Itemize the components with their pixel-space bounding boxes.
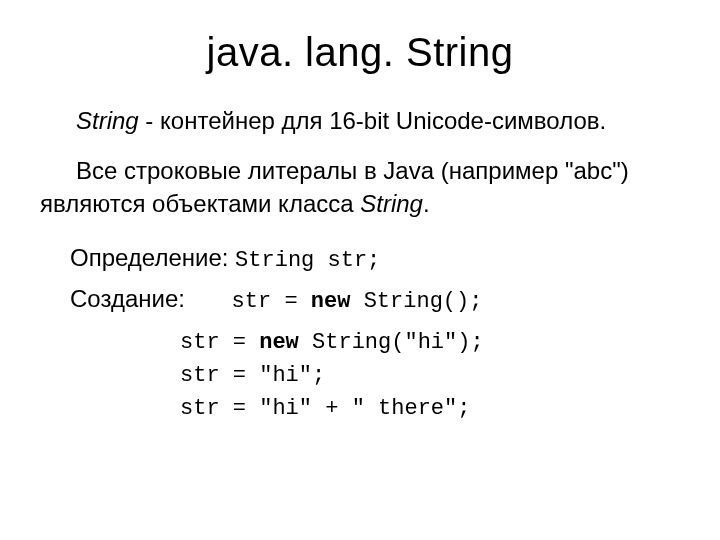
code-prefix: str = "hi" + " there"; [180,396,470,421]
creation-label: Создание: [70,285,185,312]
para1-rest: - контейнер для 16-bit Unicode-символов. [139,107,606,134]
string-italic: String [76,107,139,134]
definition-label: Определение: [70,244,235,271]
code-line: str = new String("hi"); [180,326,680,359]
code-line: str = "hi" + " there"; [180,392,680,425]
code-kw: new [259,330,299,355]
definition-row: Определение: String str; [70,244,680,273]
code-line: str = "hi"; [180,359,680,392]
para2-italic: String [360,190,423,217]
para2-part2: . [423,190,430,217]
slide: java. lang. String String - контейнер дл… [0,0,720,540]
code-prefix: str = [180,330,259,355]
code-rest: String("hi"); [299,330,484,355]
definition-block: Определение: String str; Создание: str =… [70,244,680,314]
definition-code: String str; [235,248,380,273]
paragraph-2: Все строковые литералы в Java (например … [40,155,680,220]
page-title: java. lang. String [40,30,680,75]
para2-part1: Все строковые литералы в Java (например … [40,157,629,216]
creation-first-rest: String(); [350,289,482,314]
paragraph-1: String - контейнер для 16-bit Unicode-си… [40,105,680,137]
code-prefix: str = "hi"; [180,363,325,388]
creation-first-prefix: str = [232,289,311,314]
creation-row: Создание: str = new String(); [70,285,680,314]
code-block: str = new String("hi"); str = "hi"; str … [180,326,680,425]
creation-first-kw: new [311,289,351,314]
